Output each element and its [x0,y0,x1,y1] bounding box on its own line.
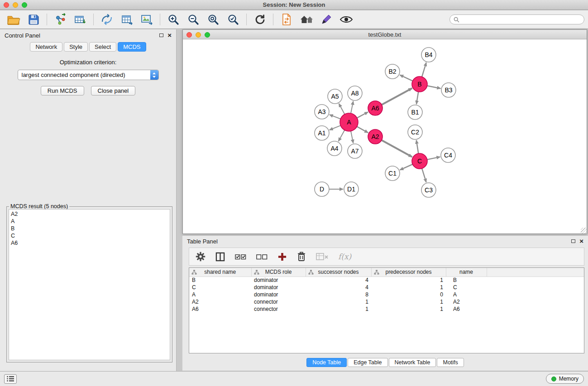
column-header-shared-name[interactable]: shared name [189,268,251,276]
graph-node-A3[interactable]: A3 [315,105,329,119]
table-cell[interactable]: dominator [251,276,306,284]
table-row[interactable]: A2connector11A2 [189,298,584,305]
graph-node-A6[interactable]: A6 [368,101,382,115]
tab-edge-table[interactable]: Edge Table [348,358,387,367]
mcds-result-item[interactable]: B [11,225,168,232]
column-panel-button[interactable] [215,252,225,262]
tab-style[interactable]: Style [64,42,88,52]
graph-node-B2[interactable]: B2 [385,64,400,79]
table-cell[interactable]: 1 [371,276,446,284]
maximize-window-button[interactable] [22,2,27,8]
show-hide-button[interactable] [336,11,356,28]
graph-edge-A-A6[interactable] [357,112,368,118]
graph-node-C4[interactable]: C4 [441,148,455,162]
table-cell[interactable]: C [446,284,487,291]
export-network-button[interactable] [97,11,117,28]
graph-edge-A-A4[interactable] [339,130,345,142]
graph-edge-C-C2[interactable] [416,140,419,153]
table-cell[interactable]: 1 [306,298,371,305]
graph-edge-A-A7[interactable] [351,131,353,143]
search-box[interactable] [449,14,584,24]
apply-layout-button[interactable] [250,11,270,28]
window-resize-handle[interactable] [581,228,587,234]
graph-edge-A-A8[interactable] [351,101,353,114]
graph-node-D[interactable]: D [315,182,329,196]
close-panel-icon[interactable]: × [167,33,172,38]
graph-edge-B-B3[interactable] [427,86,441,88]
column-header-predecessor-nodes[interactable]: predecessor nodes [371,268,446,276]
graph-node-C3[interactable]: C3 [421,183,436,197]
table-cell[interactable]: dominator [251,291,306,298]
graph-node-A8[interactable]: A8 [348,86,362,100]
run-mcds-button[interactable]: Run MCDS [41,86,84,95]
column-header-mcds-role[interactable]: MCDS role [251,268,306,276]
table-cell[interactable]: 1 [371,284,446,291]
graph-node-D1[interactable]: D1 [344,182,359,196]
graph-edge-C-C3[interactable] [422,168,426,182]
graph-edge-A-A3[interactable] [330,114,341,119]
mcds-result-list[interactable]: A2ABCA6 [9,209,170,360]
graph-node-B3[interactable]: B3 [441,83,456,97]
graph-edge-A-A2[interactable] [357,127,368,133]
task-history-button[interactable] [4,374,17,384]
mcds-result-item[interactable]: A2 [11,210,168,218]
table-row[interactable]: A6connector11A6 [189,305,584,313]
graph-edge-B-B4[interactable] [422,62,426,77]
delete-column-button[interactable] [297,251,306,262]
graph-node-C1[interactable]: C1 [385,166,400,181]
close-panel-button[interactable]: Close panel [91,86,136,95]
graph-edge-C-C4[interactable] [427,157,440,160]
table-row[interactable]: Bdominator41B [189,276,584,284]
close-window-button[interactable] [4,2,9,8]
table-cell[interactable]: 0 [371,291,446,298]
column-header-name[interactable]: name [446,268,487,276]
graph-edge-C-C1[interactable] [400,164,412,170]
zoom-selected-button[interactable] [223,11,243,28]
float-panel-icon[interactable] [159,33,163,37]
open-file-button[interactable] [4,11,24,28]
export-image-button[interactable] [137,11,157,28]
table-cell[interactable]: 1 [371,298,446,305]
graph-edge-B-B2[interactable] [400,75,412,81]
graph-node-A5[interactable]: A5 [328,89,342,104]
network-minimize-button[interactable] [196,32,201,38]
network-graph-svg[interactable]: AA1A2A3A4A5A6A7A8BB1B2B3B4CC1C2C3C4DD1 [183,39,587,234]
criterion-dropdown[interactable]: largest connected component (directed) [18,70,159,80]
graph-node-C[interactable]: C [412,153,427,169]
annotation-button[interactable] [316,11,336,28]
table-cell[interactable]: B [446,276,487,284]
zoom-in-button[interactable] [163,11,183,28]
graph-edge-A2-C[interactable] [382,140,412,157]
tab-network[interactable]: Network [30,42,62,52]
graph-node-B1[interactable]: B1 [408,105,422,119]
float-table-panel-icon[interactable] [571,239,575,243]
search-input[interactable] [462,16,580,23]
graph-node-A[interactable]: A [340,113,358,131]
graph-node-A7[interactable]: A7 [348,144,362,158]
graph-node-A1[interactable]: A1 [315,126,329,140]
graph-edge-A-A1[interactable] [330,125,341,130]
mcds-result-item[interactable]: A [11,218,168,225]
zoom-out-button[interactable] [183,11,203,28]
table-cell[interactable]: A2 [446,298,487,305]
import-table-button[interactable] [70,11,90,28]
network-close-button[interactable] [186,32,192,38]
table-cell[interactable]: 1 [371,305,446,313]
memory-button[interactable]: Memory [546,374,584,384]
curation-panel-button[interactable] [277,11,296,28]
zoom-fit-button[interactable] [203,11,223,28]
home-button[interactable] [296,11,316,28]
column-header-successor-nodes[interactable]: successor nodes [306,268,371,276]
table-cell[interactable]: A [189,291,251,298]
graph-node-A4[interactable]: A4 [327,141,342,156]
table-cell[interactable]: A [446,291,487,298]
network-canvas[interactable]: AA1A2A3A4A5A6A7A8BB1B2B3B4CC1C2C3C4DD1 [183,39,587,234]
save-session-button[interactable] [24,11,43,28]
table-cell[interactable]: A6 [189,305,251,313]
table-cell[interactable]: 8 [306,291,371,298]
table-cell[interactable]: connector [251,298,306,305]
graph-edge-A6-B[interactable] [382,88,412,105]
table-row[interactable]: Adominator80A [189,291,584,298]
tab-motifs[interactable]: Motifs [437,358,464,367]
mcds-result-item[interactable]: A6 [11,239,168,247]
